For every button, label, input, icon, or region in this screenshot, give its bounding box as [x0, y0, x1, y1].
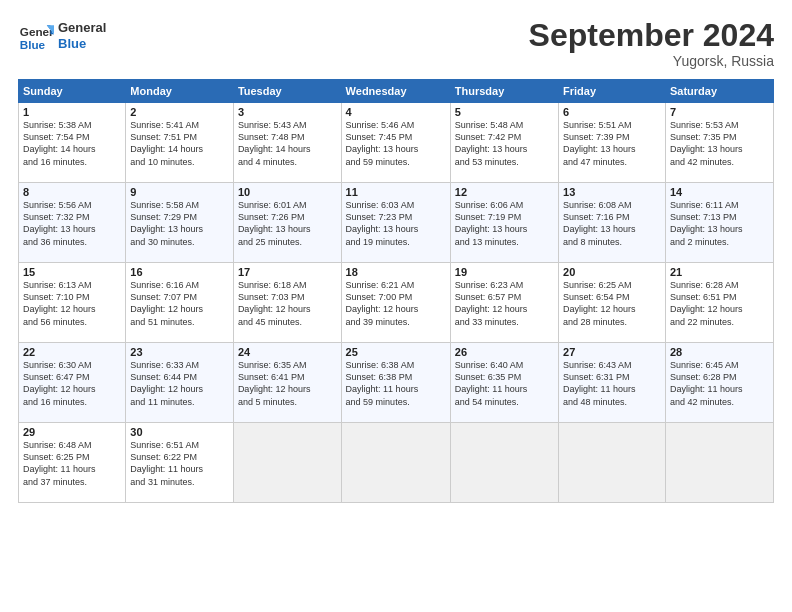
calendar-week-row: 8Sunrise: 5:56 AM Sunset: 7:32 PM Daylig… — [19, 183, 774, 263]
calendar-cell: 1Sunrise: 5:38 AM Sunset: 7:54 PM Daylig… — [19, 103, 126, 183]
calendar-cell: 5Sunrise: 5:48 AM Sunset: 7:42 PM Daylig… — [450, 103, 558, 183]
day-info: Sunrise: 6:08 AM Sunset: 7:16 PM Dayligh… — [563, 199, 661, 248]
calendar-week-row: 1Sunrise: 5:38 AM Sunset: 7:54 PM Daylig… — [19, 103, 774, 183]
calendar-cell: 14Sunrise: 6:11 AM Sunset: 7:13 PM Dayli… — [665, 183, 773, 263]
calendar-cell: 25Sunrise: 6:38 AM Sunset: 6:38 PM Dayli… — [341, 343, 450, 423]
calendar-cell: 27Sunrise: 6:43 AM Sunset: 6:31 PM Dayli… — [559, 343, 666, 423]
calendar-header-row: SundayMondayTuesdayWednesdayThursdayFrid… — [19, 80, 774, 103]
day-number: 25 — [346, 346, 446, 358]
page-header: General Blue General Blue September 2024… — [18, 18, 774, 69]
day-info: Sunrise: 5:51 AM Sunset: 7:39 PM Dayligh… — [563, 119, 661, 168]
calendar-cell: 2Sunrise: 5:41 AM Sunset: 7:51 PM Daylig… — [126, 103, 234, 183]
calendar-cell: 12Sunrise: 6:06 AM Sunset: 7:19 PM Dayli… — [450, 183, 558, 263]
day-number: 20 — [563, 266, 661, 278]
calendar-cell: 13Sunrise: 6:08 AM Sunset: 7:16 PM Dayli… — [559, 183, 666, 263]
svg-text:Blue: Blue — [20, 38, 46, 51]
day-info: Sunrise: 6:30 AM Sunset: 6:47 PM Dayligh… — [23, 359, 121, 408]
weekday-header: Wednesday — [341, 80, 450, 103]
calendar-week-row: 29Sunrise: 6:48 AM Sunset: 6:25 PM Dayli… — [19, 423, 774, 503]
day-info: Sunrise: 5:48 AM Sunset: 7:42 PM Dayligh… — [455, 119, 554, 168]
calendar-cell — [233, 423, 341, 503]
calendar-cell: 11Sunrise: 6:03 AM Sunset: 7:23 PM Dayli… — [341, 183, 450, 263]
calendar-cell — [450, 423, 558, 503]
day-info: Sunrise: 6:23 AM Sunset: 6:57 PM Dayligh… — [455, 279, 554, 328]
day-number: 10 — [238, 186, 337, 198]
day-number: 22 — [23, 346, 121, 358]
calendar-cell: 24Sunrise: 6:35 AM Sunset: 6:41 PM Dayli… — [233, 343, 341, 423]
day-info: Sunrise: 6:01 AM Sunset: 7:26 PM Dayligh… — [238, 199, 337, 248]
logo-line1: General — [58, 20, 106, 36]
location: Yugorsk, Russia — [529, 53, 774, 69]
day-number: 11 — [346, 186, 446, 198]
logo-icon: General Blue — [18, 18, 54, 54]
calendar-cell: 29Sunrise: 6:48 AM Sunset: 6:25 PM Dayli… — [19, 423, 126, 503]
day-info: Sunrise: 6:35 AM Sunset: 6:41 PM Dayligh… — [238, 359, 337, 408]
day-number: 13 — [563, 186, 661, 198]
calendar-cell: 9Sunrise: 5:58 AM Sunset: 7:29 PM Daylig… — [126, 183, 234, 263]
day-info: Sunrise: 6:16 AM Sunset: 7:07 PM Dayligh… — [130, 279, 229, 328]
day-info: Sunrise: 6:45 AM Sunset: 6:28 PM Dayligh… — [670, 359, 769, 408]
day-info: Sunrise: 6:18 AM Sunset: 7:03 PM Dayligh… — [238, 279, 337, 328]
day-number: 8 — [23, 186, 121, 198]
calendar-cell — [665, 423, 773, 503]
calendar-cell: 30Sunrise: 6:51 AM Sunset: 6:22 PM Dayli… — [126, 423, 234, 503]
calendar-cell: 8Sunrise: 5:56 AM Sunset: 7:32 PM Daylig… — [19, 183, 126, 263]
weekday-header: Tuesday — [233, 80, 341, 103]
day-number: 30 — [130, 426, 229, 438]
day-number: 27 — [563, 346, 661, 358]
weekday-header: Saturday — [665, 80, 773, 103]
day-number: 2 — [130, 106, 229, 118]
calendar-cell: 18Sunrise: 6:21 AM Sunset: 7:00 PM Dayli… — [341, 263, 450, 343]
day-info: Sunrise: 6:33 AM Sunset: 6:44 PM Dayligh… — [130, 359, 229, 408]
calendar-cell: 6Sunrise: 5:51 AM Sunset: 7:39 PM Daylig… — [559, 103, 666, 183]
day-info: Sunrise: 6:21 AM Sunset: 7:00 PM Dayligh… — [346, 279, 446, 328]
calendar-cell: 26Sunrise: 6:40 AM Sunset: 6:35 PM Dayli… — [450, 343, 558, 423]
day-info: Sunrise: 5:58 AM Sunset: 7:29 PM Dayligh… — [130, 199, 229, 248]
calendar-cell: 28Sunrise: 6:45 AM Sunset: 6:28 PM Dayli… — [665, 343, 773, 423]
calendar-cell: 19Sunrise: 6:23 AM Sunset: 6:57 PM Dayli… — [450, 263, 558, 343]
month-title: September 2024 — [529, 18, 774, 53]
calendar-table: SundayMondayTuesdayWednesdayThursdayFrid… — [18, 79, 774, 503]
calendar-cell — [559, 423, 666, 503]
day-info: Sunrise: 5:53 AM Sunset: 7:35 PM Dayligh… — [670, 119, 769, 168]
weekday-header: Friday — [559, 80, 666, 103]
day-number: 12 — [455, 186, 554, 198]
day-info: Sunrise: 5:41 AM Sunset: 7:51 PM Dayligh… — [130, 119, 229, 168]
day-info: Sunrise: 6:25 AM Sunset: 6:54 PM Dayligh… — [563, 279, 661, 328]
title-block: September 2024 Yugorsk, Russia — [529, 18, 774, 69]
calendar-cell: 22Sunrise: 6:30 AM Sunset: 6:47 PM Dayli… — [19, 343, 126, 423]
calendar-cell: 20Sunrise: 6:25 AM Sunset: 6:54 PM Dayli… — [559, 263, 666, 343]
day-info: Sunrise: 5:56 AM Sunset: 7:32 PM Dayligh… — [23, 199, 121, 248]
day-info: Sunrise: 6:28 AM Sunset: 6:51 PM Dayligh… — [670, 279, 769, 328]
day-number: 3 — [238, 106, 337, 118]
calendar-cell: 3Sunrise: 5:43 AM Sunset: 7:48 PM Daylig… — [233, 103, 341, 183]
weekday-header: Monday — [126, 80, 234, 103]
calendar-cell: 16Sunrise: 6:16 AM Sunset: 7:07 PM Dayli… — [126, 263, 234, 343]
day-info: Sunrise: 6:43 AM Sunset: 6:31 PM Dayligh… — [563, 359, 661, 408]
calendar-cell: 7Sunrise: 5:53 AM Sunset: 7:35 PM Daylig… — [665, 103, 773, 183]
day-number: 15 — [23, 266, 121, 278]
calendar-cell — [341, 423, 450, 503]
day-info: Sunrise: 6:40 AM Sunset: 6:35 PM Dayligh… — [455, 359, 554, 408]
day-number: 9 — [130, 186, 229, 198]
day-number: 7 — [670, 106, 769, 118]
weekday-header: Sunday — [19, 80, 126, 103]
day-number: 24 — [238, 346, 337, 358]
day-number: 16 — [130, 266, 229, 278]
weekday-header: Thursday — [450, 80, 558, 103]
day-number: 23 — [130, 346, 229, 358]
day-number: 28 — [670, 346, 769, 358]
day-info: Sunrise: 6:48 AM Sunset: 6:25 PM Dayligh… — [23, 439, 121, 488]
day-info: Sunrise: 5:38 AM Sunset: 7:54 PM Dayligh… — [23, 119, 121, 168]
day-number: 6 — [563, 106, 661, 118]
logo-line2: Blue — [58, 36, 106, 52]
day-number: 19 — [455, 266, 554, 278]
day-number: 21 — [670, 266, 769, 278]
day-number: 5 — [455, 106, 554, 118]
calendar-cell: 4Sunrise: 5:46 AM Sunset: 7:45 PM Daylig… — [341, 103, 450, 183]
day-info: Sunrise: 6:51 AM Sunset: 6:22 PM Dayligh… — [130, 439, 229, 488]
day-info: Sunrise: 6:03 AM Sunset: 7:23 PM Dayligh… — [346, 199, 446, 248]
day-info: Sunrise: 6:13 AM Sunset: 7:10 PM Dayligh… — [23, 279, 121, 328]
day-number: 17 — [238, 266, 337, 278]
logo: General Blue General Blue — [18, 18, 106, 54]
